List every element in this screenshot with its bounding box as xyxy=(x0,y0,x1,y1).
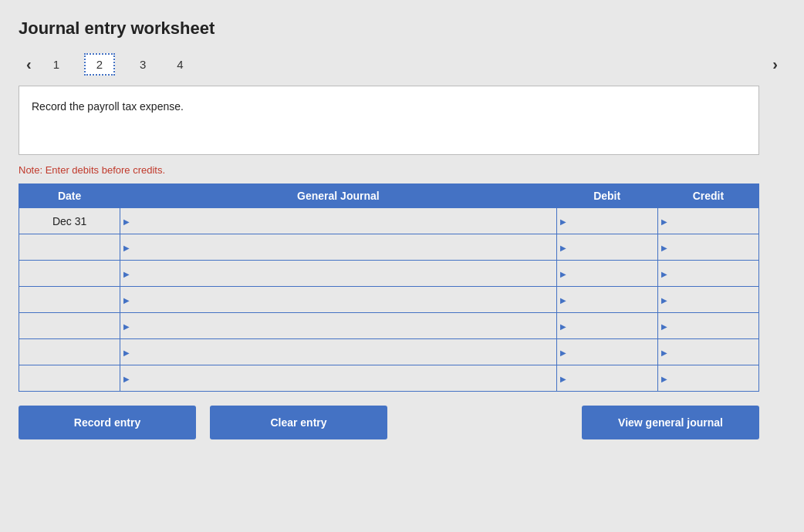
debit-cell-5[interactable] xyxy=(556,339,657,365)
credit-cell-6[interactable] xyxy=(657,365,758,392)
journal-cell-4[interactable] xyxy=(120,313,556,339)
debit-cell-1[interactable] xyxy=(556,234,657,261)
clear-entry-button[interactable]: Clear entry xyxy=(210,406,387,439)
view-journal-button[interactable]: View general journal xyxy=(582,406,759,439)
step-3[interactable]: 3 xyxy=(133,55,152,74)
credit-cell-1[interactable] xyxy=(657,234,758,261)
date-cell-1[interactable] xyxy=(19,234,120,261)
prev-arrow[interactable]: ‹ xyxy=(19,52,39,76)
navigation-row: ‹ 1 2 3 4 › xyxy=(19,52,785,76)
step-list: 1 2 3 4 xyxy=(47,53,190,76)
date-cell-3[interactable] xyxy=(19,287,120,313)
date-cell-2[interactable] xyxy=(19,261,120,287)
credit-cell-5[interactable] xyxy=(657,339,758,365)
table-header-row: Date General Journal Debit Credit xyxy=(19,184,759,208)
credit-cell-0[interactable] xyxy=(657,208,758,234)
debit-cell-4[interactable] xyxy=(556,313,657,339)
header-date: Date xyxy=(19,184,120,208)
journal-cell-5[interactable] xyxy=(120,339,556,365)
debit-cell-2[interactable] xyxy=(556,261,657,287)
table-row xyxy=(19,313,759,339)
note-text: Note: Enter debits before credits. xyxy=(19,164,785,176)
debit-cell-0[interactable] xyxy=(556,208,657,234)
journal-cell-0[interactable] xyxy=(120,208,556,234)
date-cell-4[interactable] xyxy=(19,313,120,339)
table-row xyxy=(19,365,759,392)
buttons-row: Record entry Clear entry View general jo… xyxy=(19,406,759,439)
journal-cell-2[interactable] xyxy=(120,261,556,287)
table-row: Dec 31 xyxy=(19,208,759,234)
date-cell-5[interactable] xyxy=(19,339,120,365)
table-row xyxy=(19,234,759,261)
date-cell-6[interactable] xyxy=(19,365,120,392)
journal-cell-3[interactable] xyxy=(120,287,556,313)
header-journal: General Journal xyxy=(120,184,556,208)
step-2[interactable]: 2 xyxy=(84,53,115,76)
header-credit: Credit xyxy=(657,184,758,208)
page-title: Journal entry worksheet xyxy=(19,19,785,39)
journal-table: Date General Journal Debit Credit Dec 31 xyxy=(19,184,759,392)
date-cell-0[interactable]: Dec 31 xyxy=(19,208,120,234)
journal-cell-1[interactable] xyxy=(120,234,556,261)
table-row xyxy=(19,287,759,313)
journal-cell-6[interactable] xyxy=(120,365,556,392)
debit-cell-6[interactable] xyxy=(556,365,657,392)
next-arrow[interactable]: › xyxy=(765,52,785,76)
step-1[interactable]: 1 xyxy=(47,55,66,74)
debit-cell-3[interactable] xyxy=(556,287,657,313)
step-4[interactable]: 4 xyxy=(171,55,189,74)
table-row xyxy=(19,261,759,287)
header-debit: Debit xyxy=(556,184,657,208)
credit-cell-4[interactable] xyxy=(657,313,758,339)
instruction-text: Record the payroll tax expense. xyxy=(32,100,184,113)
credit-cell-2[interactable] xyxy=(657,261,758,287)
record-entry-button[interactable]: Record entry xyxy=(19,406,196,439)
credit-cell-3[interactable] xyxy=(657,287,758,313)
instruction-box: Record the payroll tax expense. xyxy=(19,86,759,155)
table-row xyxy=(19,339,759,365)
